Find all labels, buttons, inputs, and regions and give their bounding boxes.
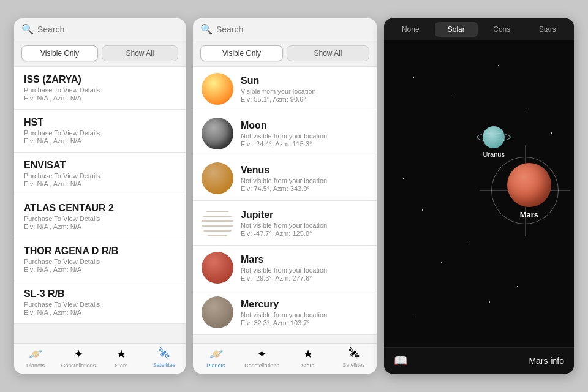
planet-coords: Elv: -24.4°, Azm: 115.3° xyxy=(241,140,368,148)
book-icon[interactable]: 📖 xyxy=(394,354,407,368)
planet-visibility: Not visible from your location xyxy=(241,177,368,184)
planet-coords: Elv: 74.5°, Azm: 343.9° xyxy=(241,185,368,192)
satellites-visible-only-btn[interactable]: Visible Only xyxy=(21,45,98,61)
nav-constellations[interactable]: ✦ Constellations xyxy=(57,347,100,369)
satellite-list-item[interactable]: SL-3 R/B Purchase To View Details Elv: N… xyxy=(14,281,186,324)
app-container: 🔍 Visible Only Show All ISS (ZARYA) Purc… xyxy=(0,0,588,392)
planet-coords: Elv: -47.7°, Azm: 125.0° xyxy=(241,230,368,237)
planet-info: Sun Visible from your location Elv: 55.1… xyxy=(241,75,368,103)
planets-nav-satellites[interactable]: 🛰 Satellites xyxy=(331,347,377,369)
tab-cons[interactable]: Cons xyxy=(480,22,524,37)
planet-icon-moon xyxy=(202,118,233,149)
mars-object[interactable]: Mars xyxy=(507,163,551,219)
planets-toggle-bar: Visible Only Show All xyxy=(193,40,377,67)
planet-info: Moon Not visible from your location Elv:… xyxy=(241,120,368,148)
planet-list-item[interactable]: Mercury Not visible from your location E… xyxy=(193,290,377,335)
planet-coords: Elv: -29.3°, Azm: 277.6° xyxy=(241,274,368,282)
planet-name: Mercury xyxy=(241,299,368,310)
satellite-list-item[interactable]: ISS (ZARYA) Purchase To View Details Elv… xyxy=(14,67,186,110)
planet-name: Mars xyxy=(241,254,368,265)
satellite-title: ENVISAT xyxy=(24,160,176,171)
search-icon: 🔍 xyxy=(21,23,34,35)
planets-show-all-btn[interactable]: Show All xyxy=(287,45,369,61)
satellite-title: ATLAS CENTAUR 2 xyxy=(24,203,176,214)
satellite-list-item[interactable]: HST Purchase To View Details Elv: N/A , … xyxy=(14,110,186,153)
space-bottom-bar: 📖 Mars info xyxy=(384,347,574,374)
satellite-coords: Elv: N/A , Azm: N/A xyxy=(24,137,176,145)
satellite-coords: Elv: N/A , Azm: N/A xyxy=(24,94,176,102)
satellite-title: SL-3 R/B xyxy=(24,288,176,300)
planet-list-item[interactable]: Moon Not visible from your location Elv:… xyxy=(193,111,377,156)
satellite-title: THOR AGENA D R/B xyxy=(24,246,176,257)
nav-planets[interactable]: 🪐 Planets xyxy=(14,347,57,369)
planet-info: Mercury Not visible from your location E… xyxy=(241,299,368,326)
uranus-ring xyxy=(477,133,511,141)
satellite-subtitle: Purchase To View Details xyxy=(24,301,176,308)
planets-icon: 🪐 xyxy=(209,347,223,361)
planet-visibility: Not visible from your location xyxy=(241,311,368,318)
planet-icon-jupiter xyxy=(202,207,233,239)
planets-visible-only-btn[interactable]: Visible Only xyxy=(200,45,283,61)
planet-info: Venus Not visible from your location Elv… xyxy=(241,165,368,192)
planet-list-item[interactable]: Mars Not visible from your location Elv:… xyxy=(193,246,377,290)
planet-visibility: Not visible from your location xyxy=(241,266,368,274)
planets-nav-stars[interactable]: ★ Stars xyxy=(285,347,331,369)
space-view: Uranus Mars xyxy=(384,40,574,347)
planet-icon-mars xyxy=(202,252,233,284)
planet-info: Mars Not visible from your location Elv:… xyxy=(241,254,368,282)
satellite-coords: Elv: N/A , Azm: N/A xyxy=(24,180,176,187)
satellite-subtitle: Purchase To View Details xyxy=(24,258,176,265)
satellites-toggle-bar: Visible Only Show All xyxy=(14,40,186,67)
planet-list-item[interactable]: Venus Not visible from your location Elv… xyxy=(193,156,377,201)
planet-list-item[interactable]: Jupiter Not visible from your location E… xyxy=(193,201,377,246)
uranus-label: Uranus xyxy=(483,151,504,158)
tab-solar[interactable]: Solar xyxy=(435,22,478,37)
satellite-title: ISS (ZARYA) xyxy=(24,74,176,85)
planet-name: Sun xyxy=(241,75,368,86)
satellite-list-item[interactable]: ATLAS CENTAUR 2 Purchase To View Details… xyxy=(14,195,186,238)
planet-icon-venus xyxy=(202,162,233,194)
planets-nav-planets[interactable]: 🪐 Planets xyxy=(193,347,239,369)
uranus-body xyxy=(483,126,505,148)
satellites-list: ISS (ZARYA) Purchase To View Details Elv… xyxy=(14,67,186,343)
constellations-nav-icon: ✦ xyxy=(74,347,83,361)
stars-icon: ★ xyxy=(303,347,313,361)
planets-search-input[interactable] xyxy=(216,24,369,34)
tab-none[interactable]: None xyxy=(389,22,432,37)
satellite-coords: Elv: N/A , Azm: N/A xyxy=(24,223,176,230)
planet-name: Venus xyxy=(241,165,368,176)
satellite-list-item[interactable]: THOR AGENA D R/B Purchase To View Detail… xyxy=(14,238,186,281)
planets-label: Planets xyxy=(206,363,225,369)
stars-nav-label: Stars xyxy=(115,363,127,369)
satellites-show-all-btn[interactable]: Show All xyxy=(102,45,178,61)
sats-label: Satellites xyxy=(342,362,365,368)
planet-visibility: Not visible from your location xyxy=(241,132,368,140)
satellites-panel: 🔍 Visible Only Show All ISS (ZARYA) Purc… xyxy=(14,18,186,374)
planet-coords: Elv: 32.3°, Azm: 103.7° xyxy=(241,319,368,326)
space-tabs: None Solar Cons Stars xyxy=(384,18,574,40)
planet-list-item[interactable]: Sun Visible from your location Elv: 55.1… xyxy=(193,67,377,111)
planets-nav-constellations[interactable]: ✦ Constellations xyxy=(239,347,285,369)
satellite-list-item[interactable]: ENVISAT Purchase To View Details Elv: N/… xyxy=(14,153,186,195)
planet-name: Jupiter xyxy=(241,209,368,221)
space-bottom-label: Mars info xyxy=(529,356,564,366)
mars-body xyxy=(507,163,551,207)
satellite-coords: Elv: N/A , Azm: N/A xyxy=(24,266,176,273)
satellites-search-input[interactable] xyxy=(37,24,178,34)
planets-search-icon: 🔍 xyxy=(200,23,213,35)
planet-coords: Elv: 55.1°, Azm: 90.6° xyxy=(241,96,368,103)
mars-label: Mars xyxy=(520,210,538,219)
const-label: Constellations xyxy=(244,363,279,369)
planet-icon-mercury xyxy=(202,296,233,328)
nav-satellites[interactable]: 🛰 Satellites xyxy=(143,347,186,369)
planets-list: Sun Visible from your location Elv: 55.1… xyxy=(193,67,377,343)
tab-stars[interactable]: Stars xyxy=(526,22,570,37)
satellite-subtitle: Purchase To View Details xyxy=(24,86,176,94)
satellites-nav-label: Satellites xyxy=(153,362,176,368)
nav-stars[interactable]: ★ Stars xyxy=(100,347,143,369)
uranus-object[interactable]: Uranus xyxy=(483,126,505,158)
constellations-nav-label: Constellations xyxy=(61,363,96,369)
planet-icon-sun xyxy=(202,73,233,105)
stars-nav-icon: ★ xyxy=(116,347,126,361)
satellite-title: HST xyxy=(24,117,176,128)
